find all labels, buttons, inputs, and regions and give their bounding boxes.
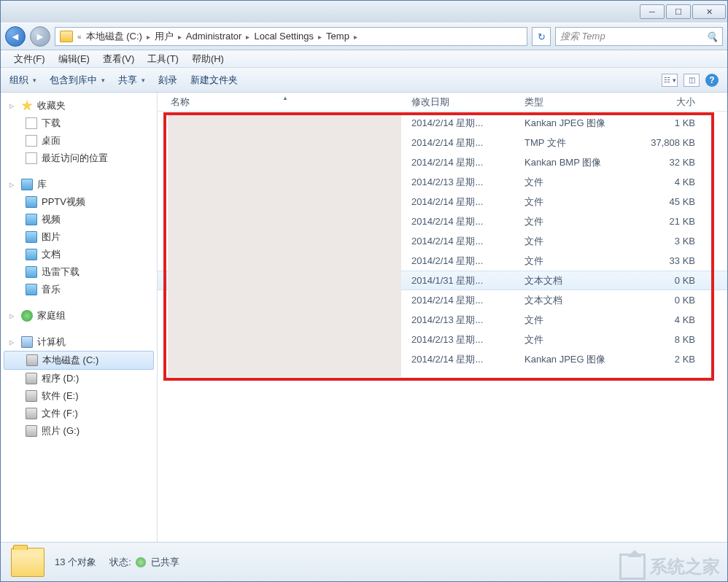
search-input[interactable]: 搜索 Temp 🔍: [555, 27, 723, 46]
view-mode-button[interactable]: ☷: [662, 74, 678, 87]
sidebar-item[interactable]: PPTV视频: [1, 193, 157, 211]
include-library-menu[interactable]: 包含到库中: [50, 74, 105, 87]
star-icon: [21, 100, 33, 112]
explorer-window: ─ ☐ ✕ ◄ ► « 本地磁盘 (C:)▸用户▸Administrator▸L…: [0, 0, 728, 582]
drive-icon: [26, 354, 38, 366]
file-list-pane: 名称 修改日期 类型 大小 2014/2/14 星期...Kankan JPEG…: [158, 93, 727, 542]
watermark: 系统之家: [619, 554, 720, 580]
lib-icon: [26, 231, 37, 243]
column-headers: 名称 修改日期 类型 大小: [158, 93, 727, 112]
sidebar-item[interactable]: 文件 (F:): [1, 405, 157, 422]
new-folder-button[interactable]: 新建文件夹: [190, 74, 238, 87]
folder-icon: [60, 31, 73, 42]
search-icon: 🔍: [706, 31, 718, 42]
sidebar-item[interactable]: 视频: [1, 211, 157, 228]
state-value: 已共享: [151, 556, 179, 567]
breadcrumb-segment[interactable]: Temp: [323, 31, 352, 42]
page-icon: [26, 117, 37, 129]
page-icon: [26, 152, 37, 164]
chevron-right-icon[interactable]: «: [76, 33, 83, 41]
menubar: 文件(F)编辑(E)查看(V)工具(T)帮助(H): [1, 50, 727, 68]
column-name[interactable]: 名称: [165, 96, 406, 109]
sidebar-computer[interactable]: 计算机: [1, 333, 157, 351]
breadcrumb-segment[interactable]: 用户: [152, 31, 177, 42]
drive-icon: [26, 373, 37, 384]
lib-icon: [26, 196, 37, 208]
back-button[interactable]: ◄: [5, 26, 26, 47]
maximize-button[interactable]: ☐: [666, 4, 691, 19]
menu-item[interactable]: 文件(F): [8, 51, 51, 67]
sidebar-item[interactable]: 文档: [1, 246, 157, 263]
sidebar-item[interactable]: 程序 (D:): [1, 370, 157, 387]
menu-item[interactable]: 查看(V): [97, 51, 140, 67]
menu-item[interactable]: 编辑(E): [53, 51, 96, 67]
column-type[interactable]: 类型: [519, 96, 628, 109]
folder-icon: [11, 548, 44, 577]
sidebar-item[interactable]: 本地磁盘 (C:): [4, 351, 154, 370]
state-label: 状态:: [109, 556, 131, 567]
sidebar-homegroup[interactable]: 家庭组: [1, 307, 157, 325]
drive-icon: [26, 425, 37, 437]
sidebar-item[interactable]: 照片 (G:): [1, 422, 157, 440]
item-count: 13 个对象: [55, 556, 96, 567]
computer-icon: [21, 336, 33, 348]
sidebar-item[interactable]: 图片: [1, 228, 157, 246]
chevron-right-icon[interactable]: ▸: [352, 33, 359, 41]
status-bar: 13 个对象 状态: 已共享: [1, 542, 727, 581]
nav-toolbar: ◄ ► « 本地磁盘 (C:)▸用户▸Administrator▸Local S…: [1, 23, 727, 50]
help-icon[interactable]: ?: [705, 74, 719, 87]
lib-icon: [26, 249, 37, 260]
menu-item[interactable]: 帮助(H): [186, 51, 230, 67]
column-size[interactable]: 大小: [628, 96, 701, 109]
homegroup-icon: [21, 310, 33, 322]
breadcrumb-segment[interactable]: Local Settings: [251, 31, 317, 42]
sidebar-libraries[interactable]: 库: [1, 176, 157, 193]
breadcrumb-segment[interactable]: Administrator: [183, 31, 245, 42]
chevron-right-icon[interactable]: ▸: [145, 33, 152, 41]
name-column-selection: [168, 115, 401, 377]
navigation-pane: 收藏夹 下载桌面最近访问的位置 库 PPTV视频视频图片文档迅雷下载音乐 家庭组…: [1, 93, 158, 542]
chevron-right-icon[interactable]: ▸: [177, 33, 183, 41]
titlebar[interactable]: ─ ☐ ✕: [1, 1, 727, 23]
organize-menu[interactable]: 组织: [9, 74, 36, 87]
preview-pane-button[interactable]: ◫: [684, 74, 700, 87]
forward-button[interactable]: ►: [30, 26, 50, 47]
menu-item[interactable]: 工具(T): [142, 51, 185, 67]
library-icon: [21, 179, 33, 190]
close-button[interactable]: ✕: [692, 4, 726, 19]
sidebar-item[interactable]: 最近访问的位置: [1, 150, 157, 167]
lib-icon: [26, 214, 37, 225]
sidebar-item[interactable]: 音乐: [1, 281, 157, 298]
shared-icon: [136, 557, 146, 567]
page-icon: [26, 135, 37, 147]
sidebar-item[interactable]: 下载: [1, 115, 157, 132]
chevron-right-icon[interactable]: ▸: [317, 33, 323, 41]
drive-icon: [26, 390, 37, 402]
lib-icon: [26, 266, 37, 278]
minimize-button[interactable]: ─: [640, 4, 665, 19]
toolbar: 组织 包含到库中 共享 刻录 新建文件夹 ☷ ◫ ?: [1, 68, 727, 93]
drive-icon: [26, 408, 37, 419]
burn-button[interactable]: 刻录: [158, 74, 177, 87]
address-bar[interactable]: « 本地磁盘 (C:)▸用户▸Administrator▸Local Setti…: [55, 27, 527, 46]
refresh-button[interactable]: ↻: [532, 27, 551, 46]
search-placeholder: 搜索 Temp: [560, 30, 605, 43]
sidebar-favorites[interactable]: 收藏夹: [1, 97, 157, 115]
sidebar-item[interactable]: 桌面: [1, 132, 157, 150]
breadcrumb-segment[interactable]: 本地磁盘 (C:): [83, 31, 145, 42]
share-menu[interactable]: 共享: [118, 74, 145, 87]
lib-icon: [26, 284, 37, 295]
sidebar-item[interactable]: 迅雷下载: [1, 263, 157, 281]
sidebar-item[interactable]: 软件 (E:): [1, 387, 157, 405]
column-date[interactable]: 修改日期: [406, 96, 519, 109]
